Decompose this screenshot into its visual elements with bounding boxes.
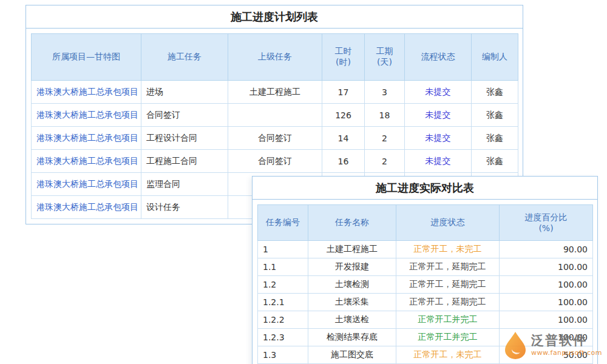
col-duration-days: 工期 (天): [365, 34, 405, 81]
table-row: 1 土建工程施工 正常开工，未完工 90.00: [258, 241, 593, 258]
task-cell: 合同签订: [141, 104, 228, 127]
project-link[interactable]: 港珠澳大桥施工总承包项目: [32, 81, 141, 104]
progress-status-cell: 正常开工，延期完工: [396, 276, 500, 294]
flow-status-link[interactable]: 未提交: [405, 127, 472, 150]
table-row: 1.2.2 土壤送检 正常开工并完工 100.00: [258, 311, 593, 329]
flow-status-link[interactable]: 未提交: [405, 150, 472, 173]
table-row: 1.3 施工图交底 正常开工，未完工 50.00: [258, 346, 593, 364]
task-name-cell: 检测结果存底: [308, 329, 396, 346]
progress-status-cell: 正常开工，未完工: [396, 241, 500, 258]
author-cell: 张鑫: [472, 127, 518, 150]
project-link[interactable]: 港珠澳大桥施工总承包项目: [32, 127, 141, 150]
task-name-cell: 土壤送检: [308, 311, 396, 329]
days-cell: 2: [365, 127, 405, 150]
task-cell: 设计任务: [141, 196, 228, 219]
task-id-cell: 1.2.2: [258, 311, 308, 329]
author-cell: 张鑫: [472, 81, 518, 104]
task-name-cell: 土建工程施工: [308, 241, 396, 258]
task-cell: 工程施工合同: [141, 150, 228, 173]
parent-task-cell: 合同签订: [228, 127, 322, 150]
progress-status-cell: 正常开工，延期完工: [396, 258, 500, 276]
author-cell: 张鑫: [472, 104, 518, 127]
hours-cell: 14: [322, 127, 365, 150]
project-link[interactable]: 港珠澳大桥施工总承包项目: [32, 104, 141, 127]
progress-status-cell: 正常开工，未完工: [396, 346, 500, 364]
table-row: 港珠澳大桥施工总承包项目 工程设计合同 合同签订 14 2 未提交 张鑫: [32, 127, 518, 150]
task-id-cell: 1.2.1: [258, 294, 308, 311]
days-cell: 3: [365, 81, 405, 104]
col-progress-percent: 进度百分比 (%): [500, 205, 593, 241]
compare-table: 任务编号 任务名称 进度状态 进度百分比 (%) 1 土建工程施工 正常开工，未…: [257, 204, 593, 364]
task-cell: 工程设计合同: [141, 127, 228, 150]
task-name-cell: 施工图交底: [308, 346, 396, 364]
col-parent-task: 上级任务: [228, 34, 322, 81]
progress-status-cell: 正常开工并完工: [396, 311, 500, 329]
col-task-id: 任务编号: [258, 205, 308, 241]
task-cell: 进场: [141, 81, 228, 104]
table-row: 1.1 开发报建 正常开工，延期完工 100.00: [258, 258, 593, 276]
progress-status-cell: 正常开工并完工: [396, 329, 500, 346]
progress-status-cell: 正常开工，延期完工: [396, 294, 500, 311]
task-name-cell: 土壤检测: [308, 276, 396, 294]
task-id-cell: 1.2: [258, 276, 308, 294]
col-project-gantt: 所属项目—甘特图: [32, 34, 141, 81]
compare-table-title: 施工进度实际对比表: [253, 177, 597, 200]
hours-cell: 17: [322, 81, 365, 104]
progress-percent-cell: 100.00: [500, 311, 593, 329]
flow-status-link[interactable]: 未提交: [405, 104, 472, 127]
col-author: 编制人: [472, 34, 518, 81]
days-cell: 2: [365, 150, 405, 173]
author-cell: 张鑫: [472, 150, 518, 173]
progress-percent-cell: 100.00: [500, 294, 593, 311]
col-flow-status: 流程状态: [405, 34, 472, 81]
task-cell: 监理合同: [141, 173, 228, 196]
hours-cell: 126: [322, 104, 365, 127]
progress-percent-cell: 100.00: [500, 329, 593, 346]
hours-cell: 16: [322, 150, 365, 173]
table-row: 1.2.3 检测结果存底 正常开工并完工 100.00: [258, 329, 593, 346]
compare-table-header-row: 任务编号 任务名称 进度状态 进度百分比 (%): [258, 205, 593, 241]
project-link[interactable]: 港珠澳大桥施工总承包项目: [32, 173, 141, 196]
plan-table-title: 施工进度计划列表: [26, 5, 523, 29]
task-name-cell: 土壤采集: [308, 294, 396, 311]
col-work-hours: 工时 (时): [322, 34, 365, 81]
table-row: 港珠澳大桥施工总承包项目 工程施工合同 合同签订 16 2 未提交 张鑫: [32, 150, 518, 173]
project-link[interactable]: 港珠澳大桥施工总承包项目: [32, 196, 141, 219]
progress-percent-cell: 50.00: [500, 346, 593, 364]
task-id-cell: 1.3: [258, 346, 308, 364]
parent-task-cell: 土建工程施工: [228, 81, 322, 104]
table-row: 1.2.1 土壤采集 正常开工，延期完工 100.00: [258, 294, 593, 311]
progress-percent-cell: 100.00: [500, 276, 593, 294]
table-row: 港珠澳大桥施工总承包项目 合同签订 126 18 未提交 张鑫: [32, 104, 518, 127]
table-row: 港珠澳大桥施工总承包项目 进场 土建工程施工 17 3 未提交 张鑫: [32, 81, 518, 104]
plan-table-header-row: 所属项目—甘特图 施工任务 上级任务 工时 (时) 工期 (天) 流程状态 编制…: [32, 34, 518, 81]
flow-status-link[interactable]: 未提交: [405, 81, 472, 104]
parent-task-cell: [228, 104, 322, 127]
project-link[interactable]: 港珠澳大桥施工总承包项目: [32, 150, 141, 173]
compare-table-panel: 施工进度实际对比表 任务编号 任务名称 进度状态 进度百分比 (%) 1 土建工…: [252, 176, 598, 364]
task-id-cell: 1: [258, 241, 308, 258]
col-construction-task: 施工任务: [141, 34, 228, 81]
task-id-cell: 1.1: [258, 258, 308, 276]
task-id-cell: 1.2.3: [258, 329, 308, 346]
progress-percent-cell: 90.00: [500, 241, 593, 258]
days-cell: 18: [365, 104, 405, 127]
col-progress-status: 进度状态: [396, 205, 500, 241]
table-row: 1.2 土壤检测 正常开工，延期完工 100.00: [258, 276, 593, 294]
task-name-cell: 开发报建: [308, 258, 396, 276]
progress-percent-cell: 100.00: [500, 258, 593, 276]
col-task-name: 任务名称: [308, 205, 396, 241]
parent-task-cell: 合同签订: [228, 150, 322, 173]
